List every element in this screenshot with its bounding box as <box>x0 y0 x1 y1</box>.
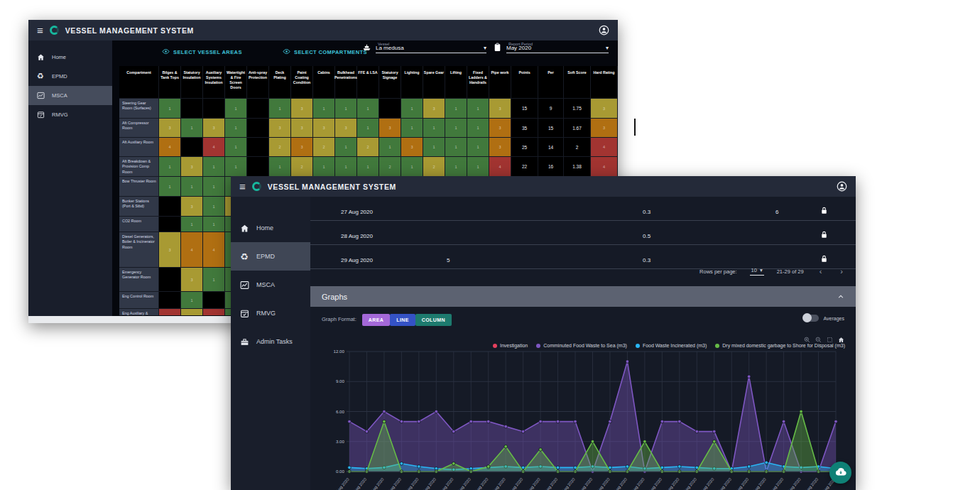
sidebar-item-msca[interactable]: MSCA <box>28 86 112 105</box>
rows-per-page-select[interactable]: 10 ▾ <box>750 267 764 276</box>
zoom-in-icon[interactable] <box>804 337 810 343</box>
matrix-cell[interactable]: 3 <box>489 119 511 138</box>
zoom-out-icon[interactable] <box>815 337 822 343</box>
matrix-cell[interactable]: 4 <box>159 309 181 315</box>
matrix-cell[interactable]: 1 <box>225 99 247 119</box>
matrix-cell[interactable]: 1 <box>467 157 489 177</box>
matrix-cell[interactable]: 1 <box>357 119 379 138</box>
matrix-cell[interactable]: 1 <box>203 197 225 217</box>
matrix-cell[interactable]: 1 <box>181 119 203 138</box>
matrix-cell[interactable]: 1 <box>445 119 467 138</box>
matrix-cell[interactable] <box>247 99 269 119</box>
matrix-cell[interactable]: 3 <box>401 138 423 157</box>
matrix-cell[interactable]: 3 <box>379 119 401 138</box>
matrix-cell[interactable]: 4 <box>159 138 181 157</box>
matrix-cell[interactable]: 3 <box>291 99 313 119</box>
matrix-cell[interactable]: 1 <box>467 99 489 119</box>
matrix-cell[interactable]: 1 <box>203 268 225 292</box>
matrix-cell[interactable] <box>159 197 181 217</box>
area-chart[interactable]: 0.003.006.009.0012.001 Aug 20202 Aug 202… <box>321 346 854 490</box>
matrix-cell[interactable] <box>247 138 269 157</box>
graph-format-area-button[interactable]: AREA <box>362 314 390 326</box>
matrix-cell[interactable]: 3 <box>423 99 445 119</box>
user-avatar-icon[interactable] <box>837 181 847 192</box>
matrix-cell[interactable]: 4 <box>203 232 225 268</box>
sidebar-item-rmvg[interactable]: RMVG <box>28 105 112 124</box>
matrix-cell[interactable]: 1 <box>159 157 181 177</box>
matrix-cell[interactable]: 4 <box>181 232 203 268</box>
table-row[interactable]: 28 Aug 20200.5 <box>310 221 856 245</box>
matrix-cell[interactable]: 1 <box>379 138 401 157</box>
matrix-cell[interactable]: 3 <box>203 119 225 138</box>
download-fab-button[interactable] <box>829 462 851 484</box>
matrix-cell[interactable]: 3 <box>181 197 203 217</box>
matrix-cell[interactable]: 1 <box>181 217 203 232</box>
matrix-cell[interactable]: 1 <box>423 119 445 138</box>
matrix-cell[interactable]: 1 <box>313 157 335 177</box>
matrix-cell[interactable]: 1 <box>269 157 291 177</box>
matrix-cell[interactable]: 1 <box>401 119 423 138</box>
sidebar-item-home[interactable]: Home <box>231 214 310 242</box>
matrix-cell[interactable]: 1 <box>159 99 181 119</box>
matrix-cell[interactable]: 2 <box>269 138 291 157</box>
lock-icon[interactable] <box>820 230 828 241</box>
matrix-cell[interactable]: 2 <box>357 138 379 157</box>
matrix-cell[interactable]: 1 <box>445 99 467 119</box>
matrix-cell[interactable] <box>247 119 269 138</box>
graph-format-line-button[interactable]: LINE <box>390 314 415 326</box>
matrix-cell[interactable]: 1 <box>203 157 225 177</box>
matrix-cell[interactable] <box>181 99 203 119</box>
user-avatar-icon[interactable] <box>599 25 609 36</box>
matrix-cell[interactable]: 4 <box>203 309 225 315</box>
matrix-cell[interactable]: 1 <box>445 138 467 157</box>
matrix-cell[interactable] <box>181 138 203 157</box>
matrix-cell[interactable]: 1 <box>401 157 423 177</box>
matrix-cell[interactable]: 3 <box>291 119 313 138</box>
matrix-cell[interactable]: 3 <box>335 119 357 138</box>
matrix-cell[interactable]: 2 <box>291 157 313 177</box>
matrix-cell[interactable]: 1 <box>357 99 379 119</box>
matrix-cell[interactable]: 1 <box>181 177 203 197</box>
matrix-cell[interactable]: 1 <box>225 119 247 138</box>
sidebar-item-rmvg[interactable]: RMVG <box>231 299 310 327</box>
matrix-cell[interactable]: 1 <box>335 157 357 177</box>
sidebar-item-msca[interactable]: MSCA <box>231 271 310 299</box>
sidebar-item-admin-tasks[interactable]: Admin Tasks <box>231 327 310 356</box>
table-row[interactable]: 27 Aug 20200.36 <box>310 207 856 221</box>
matrix-cell[interactable]: 1 <box>423 138 445 157</box>
matrix-cell[interactable]: 1 <box>335 99 357 119</box>
matrix-cell[interactable]: 1 <box>313 99 335 119</box>
chevron-up-icon[interactable] <box>837 293 844 300</box>
selection-icon[interactable] <box>827 337 833 343</box>
graph-format-column-button[interactable]: COLUMN <box>415 314 452 326</box>
matrix-cell[interactable] <box>203 99 225 119</box>
matrix-cell[interactable] <box>379 99 401 119</box>
sidebar-item-home[interactable]: Home <box>28 48 112 67</box>
matrix-cell[interactable]: 1 <box>225 157 247 177</box>
matrix-cell[interactable]: 3 <box>181 309 203 315</box>
matrix-cell[interactable]: 1 <box>467 138 489 157</box>
matrix-cell[interactable]: 4 <box>203 138 225 157</box>
matrix-cell[interactable] <box>159 217 181 232</box>
matrix-cell[interactable]: 1 <box>445 157 467 177</box>
matrix-cell[interactable]: 1 <box>401 99 423 119</box>
matrix-cell[interactable]: 1 <box>467 119 489 138</box>
home-icon[interactable] <box>838 337 844 343</box>
matrix-cell[interactable] <box>203 292 225 309</box>
matrix-cell[interactable]: 2 <box>379 157 401 177</box>
matrix-cell[interactable] <box>159 268 181 292</box>
matrix-cell[interactable]: 3 <box>313 119 335 138</box>
matrix-cell[interactable]: 2 <box>313 138 335 157</box>
matrix-cell[interactable] <box>159 292 181 309</box>
sidebar-item-epmd[interactable]: ♻EPMD <box>231 242 310 271</box>
sidebar-item-epmd[interactable]: ♻EPMD <box>28 67 112 86</box>
matrix-cell[interactable]: 3 <box>159 119 181 138</box>
matrix-cell[interactable]: 1 <box>225 138 247 157</box>
matrix-cell[interactable]: 1 <box>159 177 181 197</box>
matrix-cell[interactable]: 3 <box>489 99 511 119</box>
matrix-cell[interactable]: 3 <box>291 138 313 157</box>
matrix-cell[interactable] <box>247 157 269 177</box>
select-compartments-button[interactable]: SELECT COMPARTMENTS <box>283 48 367 57</box>
matrix-cell[interactable]: 3 <box>159 232 181 268</box>
matrix-cell[interactable]: 2 <box>423 157 445 177</box>
